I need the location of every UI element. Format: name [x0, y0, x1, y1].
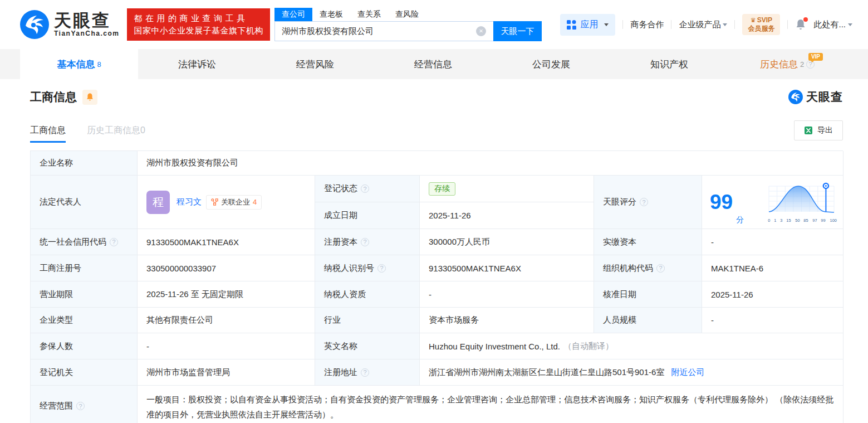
tab-development-label: 公司发展 — [532, 58, 570, 71]
section-title: 工商信息 — [30, 89, 77, 105]
help-icon[interactable] — [656, 264, 665, 273]
scope-text: 一般项目：股权投资；以自有资金从事投资活动；自有资金投资的资产管理服务；企业管理… — [146, 392, 834, 422]
business-info-table: 企业名称 湖州市股权投资有限公司 法定代表人 程 程习文 关联企业 4 登记状态… — [30, 150, 843, 423]
divider — [787, 20, 788, 29]
company-type-value: 其他有限责任公司 — [138, 308, 315, 333]
monitor-bell-button[interactable] — [82, 90, 97, 105]
bell-icon — [86, 93, 94, 101]
related-companies-badge[interactable]: 关联企业 4 — [206, 195, 262, 210]
nav-cooperation[interactable]: 商务合作 — [630, 20, 664, 30]
legal-rep-cell: 程 程习文 关联企业 4 — [138, 176, 315, 229]
address-label: 注册地址 — [324, 367, 357, 378]
svip-member-button[interactable]: ♛SVIP 会员服务 — [742, 14, 780, 35]
search-row: 天眼一下 — [274, 21, 542, 41]
taxpayer-quality-label: 纳税人资质 — [315, 281, 420, 308]
help-icon[interactable] — [361, 368, 369, 377]
company-name-label: 企业名称 — [31, 151, 138, 176]
help-icon[interactable] — [361, 184, 369, 193]
notifications-bell[interactable] — [795, 18, 806, 31]
legal-rep-avatar[interactable]: 程 — [146, 191, 170, 214]
search-tab-relation[interactable]: 查关系 — [350, 8, 388, 21]
legal-rep-label: 法定代表人 — [31, 176, 138, 229]
search-input[interactable] — [274, 21, 493, 41]
legal-rep-name-link[interactable]: 程习文 — [176, 197, 202, 207]
company-nav-tabs: 基本信息 8 法律诉讼 经营风险 经营信息 公司发展 知识产权 VIP 历史信息… — [0, 49, 868, 79]
export-button[interactable]: 导出 — [794, 120, 843, 140]
nav-enterprise-label: 企业级产品 — [679, 20, 720, 30]
founded-value: 2025-11-26 — [420, 202, 594, 229]
tab-intellectual-property[interactable]: 知识产权 — [610, 49, 728, 79]
user-menu-label: 此处有... — [813, 20, 846, 30]
tianyancha-logo-icon — [20, 10, 49, 39]
apps-label: 应用 — [580, 19, 598, 31]
apps-menu[interactable]: 应用 — [560, 14, 615, 36]
address-cell: 浙江省湖州市湖州南太湖新区仁皇山街道仁皇山路501号901-6室 附近公司 — [420, 359, 844, 386]
reg-number-value: 330500000033907 — [138, 255, 315, 281]
subtab-business-info[interactable]: 工商信息 — [30, 118, 66, 143]
tab-history-info[interactable]: VIP 历史信息 2 — [728, 49, 846, 79]
approval-date-value: 2025-11-26 — [702, 281, 844, 308]
org-code-value: MAK1TNEA-6 — [702, 255, 844, 281]
reg-capital-value: 300000万人民币 — [420, 229, 594, 255]
excel-icon — [804, 126, 813, 135]
reg-capital-label: 注册资本 — [324, 237, 357, 247]
search-tab-risk[interactable]: 查风险 — [388, 8, 426, 21]
tab-company-development[interactable]: 公司发展 — [492, 49, 610, 79]
nearby-companies-link[interactable]: 附近公司 — [671, 367, 704, 378]
credit-code-value: 91330500MAK1TNEA6X — [138, 229, 315, 255]
english-name-cell: Huzhou Equity Investment Co., Ltd. （自动翻译… — [420, 333, 844, 359]
nav-enterprise-products[interactable]: 企业级产品 — [679, 20, 727, 30]
svip-label: SVIP — [757, 16, 772, 24]
approval-date-label: 核准日期 — [594, 281, 702, 308]
tab-operation-label: 经营信息 — [414, 58, 452, 71]
taxpayer-id-value: 91330500MAK1TNEA6X — [420, 255, 594, 281]
help-icon[interactable] — [361, 238, 369, 246]
help-icon[interactable] — [110, 238, 118, 246]
scope-value: 一般项目：股权投资；以自有资金从事投资活动；自有资金投资的资产管理服务；企业管理… — [138, 386, 844, 423]
help-icon[interactable] — [377, 264, 386, 273]
score-value: 99 — [710, 192, 733, 212]
top-nav: 应用 商务合作 企业级产品 ♛SVIP 会员服务 此处有... — [560, 14, 852, 36]
apps-grid-icon — [567, 20, 576, 30]
taxpayer-id-label: 纳税人识别号 — [324, 263, 374, 274]
tab-operating-risk[interactable]: 经营风险 — [256, 49, 374, 79]
subtab-history-business-info[interactable]: 历史工商信息0 — [87, 118, 145, 143]
tab-basic-info[interactable]: 基本信息 8 — [20, 49, 138, 79]
industry-value: 资本市场服务 — [420, 308, 594, 333]
help-icon[interactable] — [640, 198, 648, 206]
tab-legal[interactable]: 法律诉讼 — [138, 49, 256, 79]
search-button[interactable]: 天眼一下 — [493, 21, 542, 41]
brand-domain: TianYanCha.com — [54, 30, 119, 37]
tab-history-count: 2 — [800, 60, 804, 69]
subtabs-row: 工商信息 历史工商信息0 导出 — [30, 118, 843, 143]
tab-legal-label: 法律诉讼 — [178, 58, 216, 71]
company-type-label: 企业类型 — [31, 308, 138, 333]
tab-ip-label: 知识产权 — [650, 58, 688, 71]
tab-risk-label: 经营风险 — [296, 58, 334, 71]
status-label: 登记状态 — [324, 183, 357, 194]
chevron-down-icon — [723, 23, 727, 26]
clear-search-icon[interactable] — [476, 26, 486, 36]
promo-banner: 都在用的商业查询工具 国家中小企业发展子基金旗下机构 — [127, 8, 270, 41]
divider — [734, 20, 735, 29]
staff-size-value: - — [702, 308, 844, 333]
tab-operating-info[interactable]: 经营信息 — [374, 49, 492, 79]
help-icon[interactable] — [76, 402, 85, 410]
user-menu[interactable]: 此处有... — [813, 20, 852, 30]
tab-history-label: 历史信息 — [760, 58, 798, 71]
insured-value: - — [138, 333, 315, 359]
staff-size-label: 人员规模 — [594, 308, 702, 333]
search-tab-company[interactable]: 查公司 — [274, 8, 312, 21]
credit-code-label-cell: 统一社会信用代码 — [31, 229, 138, 255]
address-value: 浙江省湖州市湖州南太湖新区仁皇山街道仁皇山路501号901-6室 — [429, 367, 664, 378]
banner-slogan-2: 国家中小企业发展子基金旗下机构 — [134, 25, 263, 37]
search-tab-boss[interactable]: 查老板 — [312, 8, 350, 21]
status-badge: 存续 — [429, 182, 455, 196]
divider — [671, 20, 671, 29]
taxpayer-id-label-cell: 纳税人识别号 — [315, 255, 420, 281]
reg-capital-label-cell: 注册资本 — [315, 229, 420, 255]
notification-dot — [803, 17, 808, 22]
tianyancha-logo[interactable]: 天眼查 TianYanCha.com — [20, 10, 119, 39]
status-label-cell: 登记状态 — [315, 176, 420, 202]
org-chart-icon — [211, 198, 218, 206]
